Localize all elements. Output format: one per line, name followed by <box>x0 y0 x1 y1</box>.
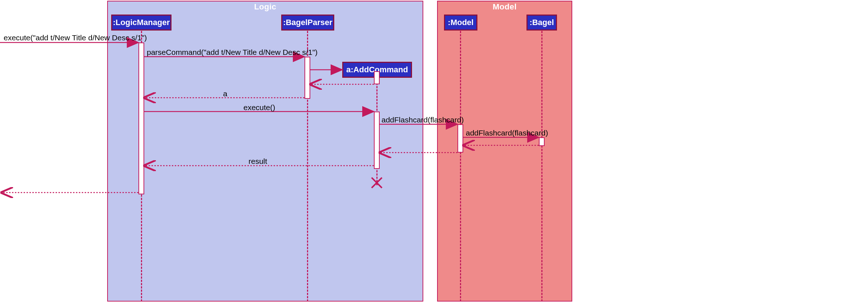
participant-bagel-label: :Bagel <box>529 18 554 27</box>
msg-return-a: a <box>223 89 227 98</box>
msg-parsecommand: parseCommand("add t/New Title d/New Desc… <box>147 48 318 57</box>
lifeline-model <box>460 31 461 302</box>
participant-bagelparser-label: :BagelParser <box>283 18 332 27</box>
participant-bagelparser: :BagelParser <box>281 15 334 31</box>
msg-addflashcard-1: addFlashcard(flashcard) <box>381 116 464 124</box>
msg-execute: execute() <box>243 103 275 112</box>
activation-addcommand-1 <box>374 71 380 84</box>
activation-model <box>457 124 463 153</box>
destroy-addcommand <box>370 175 384 190</box>
participant-bagel: :Bagel <box>526 15 557 31</box>
msg-result: result <box>249 157 267 166</box>
frame-model-label: Model <box>438 1 572 14</box>
participant-model-label: :Model <box>448 18 474 27</box>
participant-logicmanager: :LogicManager <box>111 15 171 31</box>
activation-addcommand-2 <box>374 112 380 169</box>
activation-bagelparser <box>304 57 310 99</box>
msg-execute-add: execute("add t/New Title d/New Desc s/1"… <box>4 33 147 42</box>
lifeline-bagel <box>541 31 542 302</box>
frame-logic-label: Logic <box>108 1 423 14</box>
msg-addflashcard-2: addFlashcard(flashcard) <box>466 129 548 137</box>
participant-logicmanager-label: :LogicManager <box>113 18 170 27</box>
activation-bagel <box>539 137 545 146</box>
activation-logicmanager <box>138 43 144 194</box>
participant-model: :Model <box>444 15 477 31</box>
